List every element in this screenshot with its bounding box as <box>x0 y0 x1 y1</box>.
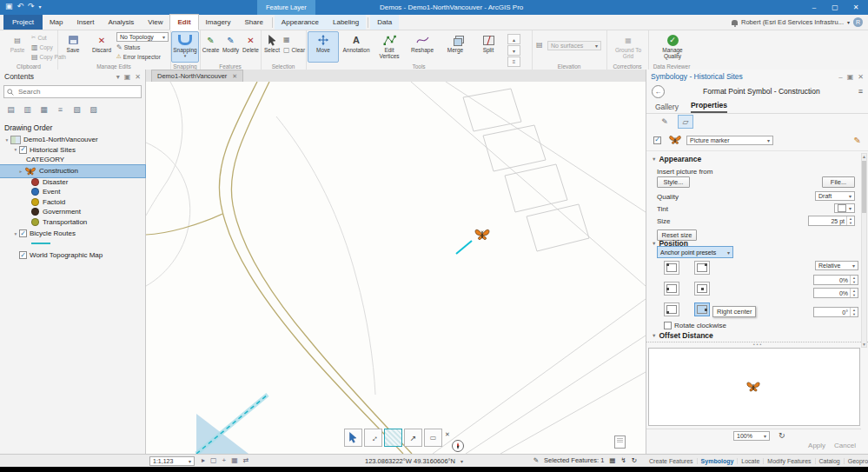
anchor-x-spinner[interactable]: 0% ▲▼ <box>813 275 858 285</box>
select-button[interactable]: Select <box>262 31 282 63</box>
grid-view-icon[interactable]: ▦ <box>231 456 238 464</box>
tab-map[interactable]: Map <box>43 15 70 30</box>
select-by-rectangle-button[interactable] <box>384 429 402 447</box>
marker-type-dropdown[interactable]: Picture marker▾ <box>686 136 773 145</box>
offset-distance-section-header[interactable]: ▼ Offset Distance <box>652 331 713 340</box>
list-by-selection-icon[interactable]: ▦ <box>37 103 50 116</box>
layer-checkbox[interactable]: ✓ <box>19 251 27 259</box>
anchor-y-spinner[interactable]: 0% ▲▼ <box>813 288 858 298</box>
scroll-thumb[interactable] <box>862 161 866 213</box>
expand-icon[interactable]: ▾ <box>12 147 19 152</box>
topology-dropdown[interactable]: No Topology▾ <box>116 32 169 42</box>
tab-gallery[interactable]: Gallery <box>655 103 679 113</box>
edit-pencil-icon[interactable]: ✎ <box>533 456 539 464</box>
apply-button[interactable]: Apply <box>808 442 825 449</box>
pane-menu-icon[interactable]: – <box>838 73 842 81</box>
qat-dropdown-icon[interactable]: ▾ <box>39 3 42 10</box>
tab-edit[interactable]: Edit <box>169 14 198 30</box>
tab-properties[interactable]: Properties <box>691 101 727 113</box>
size-spinner[interactable]: 25 pt ▲▼ <box>808 216 855 226</box>
tree-item-event[interactable]: Event <box>0 187 145 197</box>
construction-feature-symbol[interactable] <box>474 226 491 243</box>
undo-icon[interactable]: ↶ <box>17 2 24 10</box>
list-by-drawing-order-icon[interactable]: ▤ <box>4 103 17 116</box>
close-pane-icon[interactable]: ✕ <box>135 73 141 81</box>
rotate-clockwise-checkbox[interactable] <box>664 322 672 329</box>
tree-item-government[interactable]: Government <box>0 207 145 217</box>
tab-data[interactable]: Data <box>370 15 399 30</box>
gallery-scroll-down-icon[interactable]: ▾ <box>507 45 520 56</box>
elevation-surface-dropdown[interactable]: No surfaces▾ <box>547 41 601 50</box>
anchor-preset-center[interactable] <box>694 282 710 296</box>
edit-vertices-button[interactable]: Edit Vertices <box>374 31 405 63</box>
explore-tool-button[interactable] <box>344 429 362 447</box>
cancel-button[interactable]: Cancel <box>834 442 856 449</box>
swap-extent-icon[interactable]: ⇄ <box>243 456 249 464</box>
map-canvas[interactable]: ↔ ↗ ▭ ✕ <box>146 82 646 454</box>
maximize-button[interactable]: ▢ <box>825 0 845 15</box>
modify-features-button[interactable]: ✎ Modify <box>221 31 241 63</box>
paste-button[interactable]: ▤ Paste <box>2 31 33 63</box>
pane-options-icon[interactable]: ≡ <box>858 87 863 96</box>
split-tool-button[interactable]: Split <box>473 31 504 63</box>
spinner-arrows[interactable]: ▲▼ <box>850 276 858 284</box>
tint-color-dropdown[interactable]: ▾ <box>834 203 855 213</box>
save-project-icon[interactable]: ▣ <box>5 2 13 10</box>
anchor-preset-bottom-left[interactable] <box>664 302 679 316</box>
scroll-down-icon[interactable]: ▼ <box>862 342 866 347</box>
back-button[interactable]: ← <box>652 85 665 98</box>
close-button[interactable]: ✕ <box>845 0 866 15</box>
anchor-point-presets-dropdown[interactable]: Anchor point presets ▾ <box>657 246 733 258</box>
minimize-button[interactable]: – <box>804 0 825 15</box>
close-pane-icon[interactable]: ✕ <box>858 73 864 81</box>
pane-splitter[interactable]: • • • <box>646 342 868 346</box>
tree-item-historical-sites[interactable]: ▾ ✓ Historical Sites <box>0 145 145 156</box>
clear-selection-button[interactable]: ▢Clear <box>283 45 305 54</box>
tab-insert[interactable]: Insert <box>70 15 101 30</box>
tab-share[interactable]: Share <box>238 15 270 30</box>
tree-item-factoid[interactable]: Factoid <box>0 197 145 208</box>
tab-appearance[interactable]: Appearance <box>275 15 326 30</box>
symbol-subtab-icon[interactable]: ✎ <box>657 115 673 129</box>
pin-icon[interactable]: ▣ <box>847 73 854 81</box>
pane-tab-symbology[interactable]: Symbology <box>698 458 739 464</box>
create-features-button[interactable]: ✎ Create <box>201 31 221 63</box>
attributes-button[interactable]: ▦ <box>283 35 305 43</box>
reshape-tool-button[interactable]: Reshape <box>407 31 438 63</box>
tree-item-map[interactable]: ▾ Demo1-NorthVancouver <box>0 135 145 145</box>
zoom-to-selection-button[interactable]: ↗ <box>404 429 422 447</box>
tree-item-construction[interactable]: ▸ Construction <box>0 165 145 177</box>
list-by-source-icon[interactable]: ▥ <box>21 103 34 116</box>
selected-features-count[interactable]: Selected Features: 1 <box>544 456 604 464</box>
spinner-arrows[interactable]: ▲▼ <box>846 216 854 225</box>
pane-tab-geoprocessing[interactable]: Geoprocessing <box>845 458 868 464</box>
bicycle-route-symbol-row[interactable] <box>0 239 145 249</box>
list-by-editing-icon[interactable]: ≡ <box>54 103 67 116</box>
ground-to-grid-button[interactable]: ▦ Ground To Grid <box>609 31 647 63</box>
expand-icon[interactable]: ▾ <box>3 137 10 143</box>
pane-scrollbar[interactable]: ▲ ▼ <box>861 153 867 348</box>
anchor-preset-top-right[interactable] <box>694 261 710 275</box>
layer-checkbox[interactable]: ✓ <box>19 146 27 154</box>
toolbar-close-icon[interactable]: ✕ <box>445 431 450 438</box>
pointer-tool-icon[interactable]: ▸ <box>202 456 205 464</box>
refresh-preview-icon[interactable]: ↻ <box>779 431 785 440</box>
preview-zoom-dropdown[interactable]: 100%▾ <box>733 431 770 441</box>
pane-tab-catalog[interactable]: Catalog <box>816 458 845 464</box>
style-button[interactable]: Style... <box>657 176 690 188</box>
expand-icon[interactable]: ▾ <box>12 231 19 236</box>
appearance-section-header[interactable]: ▼ Appearance <box>652 155 701 163</box>
pane-menu-icon[interactable]: ▾ <box>116 73 120 81</box>
relative-dropdown[interactable]: Relative▾ <box>815 261 858 270</box>
signed-in-user[interactable]: Robert (Esri Ed Services Infrastru... <box>741 18 844 26</box>
expand-icon[interactable]: ▸ <box>17 169 24 174</box>
tab-analysis[interactable]: Analysis <box>101 15 141 30</box>
gallery-scroll-up-icon[interactable]: ▴ <box>507 34 520 44</box>
tree-item-world-topographic[interactable]: ✓ World Topographic Map <box>0 250 145 261</box>
redo-icon[interactable]: ↷ <box>28 2 35 10</box>
tree-item-disaster[interactable]: Disaster <box>0 177 145 188</box>
tab-view[interactable]: View <box>141 15 169 30</box>
user-dropdown-icon[interactable]: ▾ <box>847 19 850 25</box>
tab-project[interactable]: Project <box>3 15 43 30</box>
scale-dropdown[interactable]: 1:1,123 ▾ <box>149 456 195 466</box>
